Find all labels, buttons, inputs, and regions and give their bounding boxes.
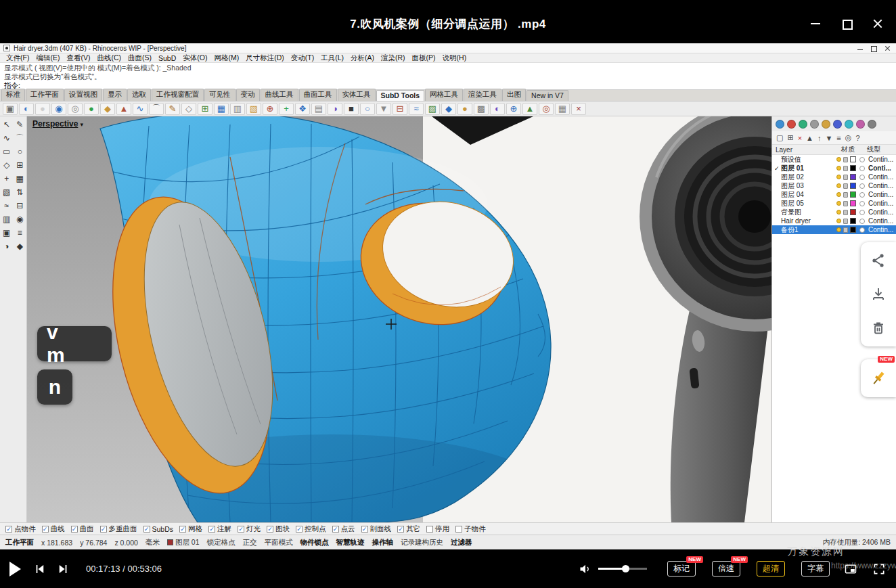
- quality-button[interactable]: 超清: [757, 561, 785, 576]
- menu-item[interactable]: 查看(V): [63, 53, 93, 63]
- layer-lock-icon[interactable]: [843, 201, 848, 206]
- toolbar-tab[interactable]: 渲染工具: [464, 89, 501, 101]
- new-sublayer-icon[interactable]: ⊞: [787, 133, 793, 142]
- menu-item[interactable]: 工具(L): [317, 53, 347, 63]
- selection-filter[interactable]: ✓剖面线: [361, 524, 392, 534]
- trash-icon[interactable]: [870, 320, 887, 336]
- command-area[interactable]: 显示模式 ( 视图(V)=使用中的 模式(M)=着色模式 ): _Shaded …: [0, 63, 896, 90]
- toolbar-tab[interactable]: 变动: [236, 89, 260, 101]
- selection-filter[interactable]: ✓曲线: [42, 524, 65, 534]
- layer-visibility-bulb-icon[interactable]: [836, 166, 841, 171]
- layer-material-icon[interactable]: [859, 219, 865, 224]
- volume-knob[interactable]: [622, 565, 629, 572]
- viewport-title[interactable]: Perspective▾: [32, 119, 83, 129]
- layer-row[interactable]: 图层 05Contin...: [772, 199, 896, 208]
- layer-lock-icon[interactable]: [843, 192, 848, 198]
- toolbar-icon[interactable]: ▲: [116, 103, 131, 115]
- toolbar-icon[interactable]: ◎: [68, 103, 83, 115]
- layer-lock-icon[interactable]: [843, 210, 848, 215]
- toolbar-icon[interactable]: ◇: [181, 103, 196, 115]
- minimize-icon[interactable]: [809, 18, 822, 30]
- status-toggle[interactable]: 正交: [242, 538, 256, 547]
- menu-item[interactable]: 面板(P): [409, 53, 439, 63]
- status-toggle[interactable]: 平面模式: [264, 538, 292, 547]
- layer-filter-icon[interactable]: ▼: [825, 134, 832, 142]
- volume-slider[interactable]: [598, 568, 647, 570]
- left-toolbar-icon[interactable]: ↖: [0, 118, 14, 131]
- rhino-minimize-icon[interactable]: [855, 45, 866, 52]
- checkbox[interactable]: [455, 526, 462, 533]
- toolbar-icon[interactable]: ⊞: [198, 103, 212, 115]
- left-toolbar-icon[interactable]: ◇: [0, 158, 14, 172]
- layer-lock-icon[interactable]: [843, 227, 848, 233]
- selection-filter[interactable]: ✓控制点: [296, 524, 326, 534]
- maximize-icon[interactable]: [841, 18, 853, 30]
- toolbar-icon[interactable]: ▤: [311, 103, 326, 115]
- fullscreen-icon[interactable]: [872, 562, 887, 576]
- layer-lock-icon[interactable]: [843, 183, 848, 189]
- toolbar-tab[interactable]: 显示: [103, 89, 127, 101]
- layer-color-swatch[interactable]: [850, 227, 856, 233]
- layer-material-icon[interactable]: [859, 227, 865, 233]
- left-toolbar-icon[interactable]: ✎: [14, 118, 27, 131]
- toolbar-icon[interactable]: ◆: [100, 103, 115, 115]
- layer-color-swatch[interactable]: [850, 183, 856, 189]
- toolbar-icon[interactable]: ≈: [409, 103, 424, 115]
- delete-layer-icon[interactable]: ×: [798, 134, 802, 142]
- toolbar-icon[interactable]: ▲: [522, 103, 537, 115]
- layer-row[interactable]: 备份1Contin...: [772, 225, 896, 234]
- share-icon[interactable]: [870, 252, 887, 269]
- layer-material-icon[interactable]: [859, 201, 865, 206]
- viewport-canvas[interactable]: [27, 116, 771, 522]
- left-toolbar-icon[interactable]: ▭: [0, 145, 14, 158]
- toolbar-icon[interactable]: ⊟: [393, 103, 407, 115]
- layer-color-swatch[interactable]: [850, 191, 856, 198]
- checkbox[interactable]: ✓: [267, 526, 273, 533]
- toolbar-icon[interactable]: ▥: [230, 103, 245, 115]
- layer-color-swatch[interactable]: [850, 218, 856, 224]
- units-label[interactable]: 毫米: [145, 538, 160, 547]
- menu-item[interactable]: 实体(O): [179, 53, 210, 63]
- selection-filter[interactable]: ✓曲面: [71, 524, 94, 534]
- layer-row[interactable]: 背景图Contin...: [772, 208, 896, 217]
- selection-filter[interactable]: ✓网格: [179, 524, 202, 534]
- status-toggle[interactable]: 操作轴: [372, 538, 393, 547]
- toolbar-tab[interactable]: 出图: [502, 89, 526, 101]
- toolbar-icon[interactable]: ◆: [441, 103, 456, 115]
- menu-item[interactable]: 曲面(S): [125, 53, 155, 63]
- toolbar-icon[interactable]: ▼: [376, 103, 391, 115]
- layer-visibility-bulb-icon[interactable]: [836, 175, 841, 179]
- toolbar-tab[interactable]: 曲线工具: [261, 89, 298, 101]
- viewport-perspective[interactable]: Perspective▾ v m n: [27, 116, 771, 522]
- selection-filter[interactable]: ✓图块: [267, 524, 290, 534]
- layer-row[interactable]: ✓图层 01Conti...: [772, 164, 896, 173]
- layer-visibility-bulb-icon[interactable]: [836, 183, 841, 188]
- checkbox[interactable]: ✓: [71, 526, 78, 533]
- layer-color-swatch[interactable]: [850, 174, 856, 180]
- layer-color-swatch[interactable]: [850, 209, 856, 215]
- status-toggle[interactable]: 过滤器: [451, 538, 472, 547]
- toolbar-icon[interactable]: ⊕: [263, 103, 277, 115]
- left-toolbar-icon[interactable]: ⊟: [14, 199, 27, 212]
- menu-item[interactable]: 说明(H): [439, 53, 470, 63]
- cplane-button[interactable]: 工作平面: [5, 538, 34, 547]
- toolbar-icon[interactable]: ×: [571, 103, 586, 115]
- status-toggle[interactable]: 物件锁点: [300, 538, 328, 547]
- panel-tab-icon[interactable]: [856, 120, 865, 129]
- rhino-close-icon[interactable]: [882, 45, 893, 52]
- checkbox[interactable]: ✓: [361, 526, 368, 533]
- checkbox[interactable]: ✓: [238, 526, 244, 533]
- menu-item[interactable]: 编辑(E): [32, 53, 63, 63]
- panel-tab-icon[interactable]: [787, 120, 796, 129]
- layer-linetype[interactable]: Contin...: [868, 226, 894, 233]
- volume-icon[interactable]: [578, 562, 593, 576]
- selection-filter[interactable]: ✓注解: [208, 524, 231, 534]
- toolbar-icon[interactable]: ❖: [295, 103, 310, 115]
- left-toolbar-icon[interactable]: ▧: [0, 185, 14, 199]
- layer-help-icon[interactable]: ?: [855, 134, 859, 142]
- left-toolbar-icon[interactable]: ⊞: [14, 158, 27, 172]
- layer-visibility-bulb-icon[interactable]: [836, 227, 841, 232]
- mark-button[interactable]: 标记 NEW: [667, 561, 696, 576]
- toolbar-icon[interactable]: ◐: [19, 103, 34, 115]
- layer-visibility-bulb-icon[interactable]: [836, 201, 841, 206]
